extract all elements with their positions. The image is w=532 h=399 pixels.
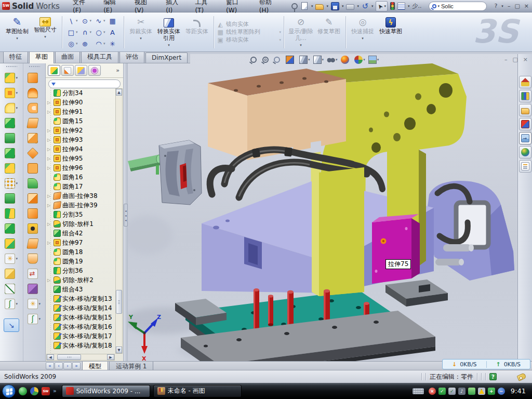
scroll-up-icon[interactable]: ▲ (116, 89, 122, 96)
offset-entities-button[interactable]: 等距实体 (183, 14, 211, 50)
mirror-entities-button[interactable]: ◭镜向实体▾ (217, 21, 281, 28)
convert-entities-button[interactable]: 转换实体引用 ▾ (155, 14, 183, 50)
panel-splitter[interactable]: ◂◂◂ (124, 63, 128, 361)
first-tab-button[interactable]: « (46, 362, 54, 369)
hole-wizard-icon[interactable]: ▾ (5, 161, 18, 176)
print-icon[interactable] (346, 4, 354, 10)
zoom-fit-icon[interactable]: ▾ (250, 57, 259, 63)
feature-manager-tab[interactable] (48, 65, 60, 76)
toolbar-overflow-label[interactable]: 少.. (413, 2, 422, 10)
previous-tab-button[interactable]: ‹ (55, 362, 63, 369)
expand-arrow-icon[interactable]: ▷ (47, 166, 52, 170)
sketch-fillet-icon[interactable]: ◠▾ (94, 38, 107, 49)
reference-point-b-icon[interactable]: ▾ (28, 296, 41, 311)
open-dropdown-icon[interactable]: ▾ (326, 4, 328, 8)
volume-icon[interactable]: ♪ (458, 388, 466, 395)
point-icon[interactable]: ✳▾ (108, 38, 121, 49)
solidworks-resources-icon[interactable] (519, 76, 531, 88)
ellipse-icon[interactable]: ○▾ (94, 26, 107, 38)
polygon-icon[interactable]: ⊕▾ (80, 38, 93, 49)
security-center-icon[interactable]: × (429, 388, 436, 395)
tree-item[interactable]: ▷ 曲面-拉伸39 (47, 201, 115, 210)
quick-tips-icon[interactable]: ? (489, 373, 497, 380)
search-input[interactable] (441, 3, 472, 9)
display-delete-relations-button[interactable]: ⊘ 显示/删除几... ▾ (287, 14, 315, 50)
sketch-text-icon[interactable]: A▾ (108, 26, 121, 38)
helix-curve-icon[interactable]: ▾ (28, 311, 41, 326)
last-tab-button[interactable]: » (72, 362, 81, 369)
zoom-area-icon[interactable]: ▾ (262, 57, 271, 63)
hide-show-items-icon[interactable]: ▾ (327, 56, 338, 64)
open-icon[interactable] (315, 4, 324, 10)
arc-icon[interactable]: ∩▾ (80, 26, 93, 38)
trim-entities-button[interactable]: ✂ 剪裁实体 ▾ (127, 14, 155, 50)
swept-surface-icon[interactable]: ▾ (28, 70, 41, 85)
dimxpert-manager-tab[interactable] (88, 65, 101, 76)
tree-item[interactable]: ▷ 切除-放样2 (47, 275, 115, 285)
tree-item[interactable]: ▷ 曲面-拉伸38 (47, 191, 115, 201)
custom-properties-icon[interactable] (519, 160, 531, 172)
help-dropdown-icon[interactable]: ▾ (501, 4, 503, 8)
menu-item[interactable]: 编辑(E) (98, 0, 129, 14)
appearances-icon[interactable] (519, 146, 531, 158)
toolbar-grip[interactable] (6, 65, 17, 68)
command-tab[interactable]: 曲面 (55, 51, 80, 63)
sync-paused-icon[interactable]: − (498, 388, 505, 395)
options-dropdown-icon[interactable]: ▾ (408, 4, 410, 8)
expand-arrow-icon[interactable]: ▷ (47, 278, 52, 283)
shell-icon[interactable]: ▾ (5, 130, 18, 145)
scroll-thumb[interactable] (116, 290, 122, 314)
apply-scene-icon[interactable]: ▾ (354, 56, 365, 64)
expand-arrow-icon[interactable]: ▷ (47, 222, 52, 227)
linear-sketch-pattern-button[interactable]: ▦线性草图阵列▾ (217, 29, 281, 35)
file-explorer-icon[interactable] (519, 104, 531, 116)
sketch-dropdown-icon[interactable]: ▾ (16, 35, 18, 42)
move-face-icon[interactable]: ▾ (28, 266, 41, 281)
expand-arrow-icon[interactable]: ▷ (47, 128, 52, 133)
scroll-left-icon[interactable]: ◀ (47, 354, 54, 360)
boundary-surface-icon[interactable]: ▾ (28, 130, 41, 145)
network-status-icon[interactable] (468, 388, 475, 395)
linear-pattern-icon[interactable]: ▾ (5, 176, 18, 191)
selection-box-icon[interactable]: ▦▾ (108, 15, 121, 26)
tree-item[interactable]: ▷ 拉伸90 (47, 98, 115, 107)
next-tab-button[interactable]: › (63, 362, 72, 369)
tree-item[interactable]: ▷ 拉伸94 (47, 144, 115, 154)
draft-icon[interactable]: ▾ (5, 145, 18, 161)
menu-item[interactable]: 窗口(W) (220, 0, 254, 14)
expand-arrow-icon[interactable]: ▷ (47, 156, 52, 161)
shield-plus-icon[interactable]: + (488, 388, 495, 395)
tree-item[interactable]: ▷ 拉伸92 (47, 126, 115, 135)
tree-item[interactable]: ▷ 圆角15 (47, 116, 115, 126)
tree-vertical-scrollbar[interactable]: ▲ ▼ (115, 88, 123, 354)
reference-axis-icon[interactable]: ▾ (5, 281, 18, 296)
revolved-surface-icon[interactable]: ▾ (28, 85, 41, 100)
tree-tabs-overflow-icon[interactable]: » (116, 67, 121, 74)
extruded-cut-icon[interactable]: ▾ (5, 85, 18, 100)
tree-item[interactable]: ▷ 组合42 (47, 229, 115, 238)
sketch-button[interactable]: ✎ 草图绘制 ▾ (3, 14, 31, 50)
quick-launch-solidworks-icon[interactable]: SW (42, 387, 50, 395)
tree-item[interactable]: ▷ 拉伸91 (47, 107, 115, 116)
tree-item[interactable]: ▷ 拉伸93 (47, 135, 115, 144)
tree-item[interactable]: ▷ 实体-移动/复制16 (47, 322, 115, 331)
repair-sketch-button[interactable]: ✎ 修复草图 (315, 14, 343, 50)
select-tool[interactable]: ➤▾ (376, 1, 388, 11)
rebuild-icon[interactable] (390, 2, 395, 10)
display-style-icon[interactable]: ▾ (313, 56, 324, 64)
rapid-sketch-button[interactable]: ϟ 快速草图 (377, 14, 405, 50)
expand-arrow-icon[interactable]: ▷ (47, 110, 52, 114)
untrim-surface-icon[interactable]: ▾ (28, 251, 41, 266)
menu-item[interactable]: 帮助(H) (254, 0, 285, 14)
scroll-thumb[interactable] (57, 354, 81, 360)
taskbar-paint[interactable]: 未命名 - 画图 (153, 385, 242, 397)
smart-dimension-dropdown-icon[interactable]: ▾ (44, 34, 46, 41)
tree-item[interactable]: ▷ 组合43 (47, 285, 115, 294)
slot-icon[interactable]: ◎▾ (66, 38, 79, 49)
quick-launch-media-icon[interactable] (30, 387, 38, 395)
design-library-icon[interactable] (519, 90, 531, 102)
help-button[interactable]: ? (495, 3, 498, 9)
spline-icon[interactable]: ∿▾ (94, 15, 107, 26)
delete-face-icon[interactable]: ▾ (28, 221, 41, 236)
command-tab[interactable]: 特征 (3, 51, 28, 63)
